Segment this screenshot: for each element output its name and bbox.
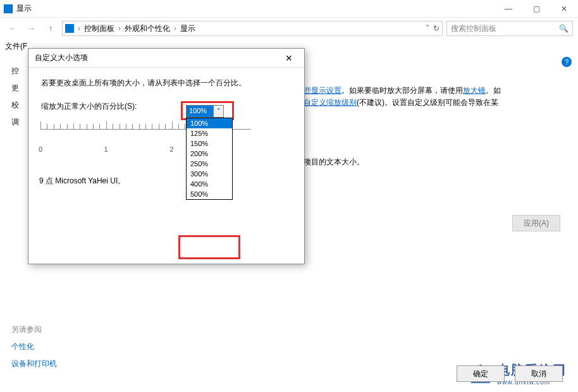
dialog-description: 若要更改桌面上所有项的大小，请从列表中选择一个百分比。: [41, 78, 292, 89]
breadcrumb-item[interactable]: 控制面板: [84, 23, 114, 34]
chevron-down-icon[interactable]: ˅: [426, 24, 429, 33]
chevron-down-icon[interactable]: ˅: [213, 106, 223, 117]
navigation-bar: ← → ↑ › 控制面板 › 外观和个性化 › 显示 ˅ ↻ 搜索控制面板 🔍: [0, 18, 578, 39]
ruler-label: 0: [39, 145, 42, 153]
link-custom-scaling[interactable]: 自定义缩放级别: [304, 98, 357, 107]
control-panel-icon: [65, 24, 74, 33]
minimize-button[interactable]: —: [495, 0, 522, 18]
dialog-titlebar: 自定义大小选项 ✕: [28, 49, 304, 68]
maximize-button[interactable]: ▢: [522, 0, 550, 18]
ok-button[interactable]: 确定: [457, 365, 505, 382]
search-input[interactable]: 搜索控制面板 🔍: [446, 21, 573, 36]
scale-current-value: 100%: [187, 106, 213, 117]
scale-option[interactable]: 150%: [187, 138, 232, 149]
custom-size-dialog: 自定义大小选项 ✕ 若要更改桌面上所有项的大小，请从列表中选择一个百分比。 缩放…: [28, 48, 305, 264]
breadcrumb-item[interactable]: 显示: [180, 23, 195, 34]
sidebar-fragment: 控: [11, 66, 19, 77]
font-sample: 9 点 Microsoft YaHei UI。: [39, 176, 125, 187]
scale-option[interactable]: 400%: [187, 179, 232, 189]
scale-option[interactable]: 100%: [187, 118, 232, 128]
close-button[interactable]: ✕: [550, 0, 578, 18]
help-icon[interactable]: ?: [562, 57, 572, 67]
sidebar-fragment: 校: [11, 100, 19, 111]
bg-text-row2: 自定义缩放级别(不建议)。设置自定义级别可能会导致在某: [304, 97, 498, 108]
search-placeholder: 搜索控制面板: [451, 23, 496, 34]
scale-dropdown-list: 100% 125% 150% 200% 250% 300% 400% 500%: [186, 118, 233, 200]
scale-option[interactable]: 200%: [187, 149, 232, 159]
chevron-right-icon: ›: [174, 24, 176, 33]
link-devices-printers[interactable]: 设备和打印机: [11, 358, 57, 369]
dialog-title: 自定义大小选项: [35, 52, 88, 63]
ruler-label: 2: [169, 145, 173, 153]
ruler-label: 1: [104, 145, 108, 153]
window-buttons: — ▢ ✕: [495, 0, 578, 18]
back-button[interactable]: ←: [5, 21, 20, 36]
scale-combobox[interactable]: 100% ˅: [186, 105, 224, 118]
window-title: 显示: [16, 3, 32, 14]
link-display-settings[interactable]: 些显示设置: [304, 86, 341, 95]
refresh-icon[interactable]: ↻: [433, 24, 440, 33]
link-personalization[interactable]: 个性化: [11, 341, 57, 352]
scale-option[interactable]: 500%: [187, 189, 232, 199]
link-magnifier[interactable]: 放大镜: [463, 86, 486, 95]
window-titlebar: 显示 — ▢ ✕: [0, 0, 578, 18]
scale-label: 缩放为正常大小的百分比(S):: [41, 101, 137, 112]
apply-button[interactable]: 应用(A): [512, 215, 560, 231]
search-icon: 🔍: [559, 24, 569, 33]
menu-file[interactable]: 文件(F: [5, 41, 27, 52]
sidebar-fragment: 调: [11, 117, 19, 128]
chevron-right-icon: ›: [118, 24, 121, 33]
bg-text-row3: 项目的文本大小。: [304, 157, 364, 168]
cancel-button[interactable]: 取消: [515, 365, 563, 382]
chevron-right-icon: ›: [78, 24, 80, 33]
address-bar[interactable]: › 控制面板 › 外观和个性化 › 显示 ˅ ↻: [62, 21, 443, 36]
scale-option[interactable]: 300%: [187, 169, 232, 179]
sidebar-truncated: 控 更 校 调: [11, 66, 19, 128]
scale-option[interactable]: 250%: [187, 159, 232, 169]
forward-button[interactable]: →: [24, 21, 39, 36]
scale-option[interactable]: 125%: [187, 128, 232, 138]
bg-text-row1: 些显示设置。如果要临时放大部分屏幕，请使用放大镜。如: [304, 83, 501, 97]
sidebar-fragment: 更: [11, 83, 19, 94]
breadcrumb-item[interactable]: 外观和个性化: [125, 23, 170, 34]
up-button[interactable]: ↑: [43, 21, 58, 36]
see-also-header: 另请参阅: [11, 324, 57, 335]
dialog-close-button[interactable]: ✕: [280, 53, 298, 63]
see-also: 另请参阅 个性化 设备和打印机: [11, 324, 57, 376]
display-icon: [4, 4, 13, 13]
